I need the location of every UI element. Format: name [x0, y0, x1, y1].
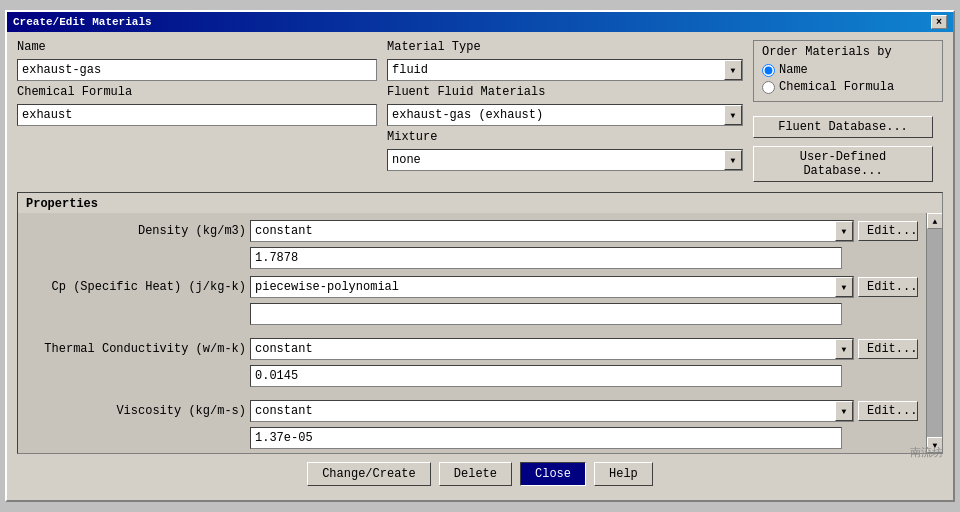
prop-density-label: Density (kg/m3)	[26, 224, 246, 238]
prop-thermal-value-row	[18, 363, 926, 391]
properties-scroll[interactable]: Density (kg/m3) constant ▼ Edit... Cp (S…	[18, 213, 942, 453]
order-name-label: Name	[779, 63, 808, 77]
help-button[interactable]: Help	[594, 462, 653, 486]
prop-density-edit[interactable]: Edit...	[858, 221, 918, 241]
main-window: Create/Edit Materials × Name Chemical Fo…	[5, 10, 955, 502]
prop-cp-label: Cp (Specific Heat) (j/kg-k)	[26, 280, 246, 294]
material-type-value: fluid	[388, 61, 724, 79]
name-input[interactable]	[17, 59, 377, 81]
order-title: Order Materials by	[762, 45, 934, 59]
order-formula-row: Chemical Formula	[762, 80, 934, 95]
user-database-button[interactable]: User-Defined Database...	[753, 146, 933, 182]
title-bar-text: Create/Edit Materials	[13, 16, 152, 28]
table-row: Cp (Specific Heat) (j/kg-k) piecewise-po…	[18, 273, 926, 301]
mixture-value: none	[388, 151, 724, 169]
prop-cp-edit[interactable]: Edit...	[858, 277, 918, 297]
prop-viscosity-edit[interactable]: Edit...	[858, 401, 918, 421]
prop-thermal-label: Thermal Conductivity (w/m-k)	[26, 342, 246, 356]
fluent-fluid-dropdown[interactable]: exhaust-gas (exhaust) ▼	[387, 104, 743, 126]
prop-thermal-dropdown[interactable]: constant ▼	[250, 338, 854, 360]
table-row: Viscosity (kg/m-s) constant ▼ Edit...	[18, 397, 926, 425]
fluent-fluid-value: exhaust-gas (exhaust)	[388, 106, 724, 124]
top-section: Name Chemical Formula Material Type flui…	[17, 40, 943, 186]
prop-density-dropdown[interactable]: constant ▼	[250, 220, 854, 242]
name-label: Name	[17, 40, 377, 54]
change-create-button[interactable]: Change/Create	[307, 462, 431, 486]
properties-inner: Density (kg/m3) constant ▼ Edit... Cp (S…	[18, 217, 942, 453]
order-formula-label: Chemical Formula	[779, 80, 894, 94]
material-type-dropdown[interactable]: fluid ▼	[387, 59, 743, 81]
scroll-track	[927, 229, 942, 437]
prop-cp-value-row	[18, 301, 926, 329]
content-area: Name Chemical Formula Material Type flui…	[7, 32, 953, 500]
table-row: Thermal Conductivity (w/m-k) constant ▼ …	[18, 335, 926, 363]
chemical-formula-input[interactable]	[17, 104, 377, 126]
prop-density-value[interactable]	[250, 247, 842, 269]
prop-density-arrow[interactable]: ▼	[835, 221, 853, 241]
properties-section: Properties Density (kg/m3) constant ▼ Ed…	[17, 192, 943, 454]
prop-viscosity-value-row	[18, 425, 926, 453]
mixture-dropdown[interactable]: none ▼	[387, 149, 743, 171]
prop-thermal-value[interactable]	[250, 365, 842, 387]
bottom-buttons: Change/Create Delete Close Help	[17, 454, 943, 492]
right-column: Order Materials by Name Chemical Formula…	[753, 40, 943, 186]
order-group: Order Materials by Name Chemical Formula	[753, 40, 943, 102]
prop-cp-arrow[interactable]: ▼	[835, 277, 853, 297]
prop-viscosity-method: constant	[251, 402, 835, 420]
close-button[interactable]: ×	[931, 15, 947, 29]
prop-density-value-row	[18, 245, 926, 273]
prop-cp-value[interactable]	[250, 303, 842, 325]
prop-viscosity-value[interactable]	[250, 427, 842, 449]
watermark: 南流坊	[910, 445, 943, 460]
prop-viscosity-label: Viscosity (kg/m-s)	[26, 404, 246, 418]
prop-thermal-arrow[interactable]: ▼	[835, 339, 853, 359]
window-title: Create/Edit Materials	[13, 16, 152, 28]
prop-cp-dropdown[interactable]: piecewise-polynomial ▼	[250, 276, 854, 298]
mid-column: Material Type fluid ▼ Fluent Fluid Mater…	[387, 40, 743, 186]
order-formula-radio[interactable]	[762, 81, 775, 94]
order-name-radio[interactable]	[762, 64, 775, 77]
scrollbar[interactable]: ▲ ▼	[926, 213, 942, 453]
chemical-formula-label: Chemical Formula	[17, 85, 377, 99]
prop-viscosity-dropdown[interactable]: constant ▼	[250, 400, 854, 422]
material-type-arrow[interactable]: ▼	[724, 60, 742, 80]
mixture-arrow[interactable]: ▼	[724, 150, 742, 170]
prop-cp-method: piecewise-polynomial	[251, 278, 835, 296]
fluent-database-button[interactable]: Fluent Database...	[753, 116, 933, 138]
properties-title: Properties	[18, 193, 942, 213]
material-type-label: Material Type	[387, 40, 743, 54]
prop-thermal-edit[interactable]: Edit...	[858, 339, 918, 359]
table-row: Density (kg/m3) constant ▼ Edit...	[18, 217, 926, 245]
title-bar: Create/Edit Materials ×	[7, 12, 953, 32]
prop-thermal-method: constant	[251, 340, 835, 358]
left-column: Name Chemical Formula	[17, 40, 377, 186]
prop-viscosity-arrow[interactable]: ▼	[835, 401, 853, 421]
fluent-fluid-label: Fluent Fluid Materials	[387, 85, 743, 99]
close-dialog-button[interactable]: Close	[520, 462, 586, 486]
scroll-up-button[interactable]: ▲	[927, 213, 942, 229]
delete-button[interactable]: Delete	[439, 462, 512, 486]
fluent-fluid-arrow[interactable]: ▼	[724, 105, 742, 125]
mixture-label: Mixture	[387, 130, 743, 144]
prop-density-method: constant	[251, 222, 835, 240]
order-name-row: Name	[762, 63, 934, 78]
